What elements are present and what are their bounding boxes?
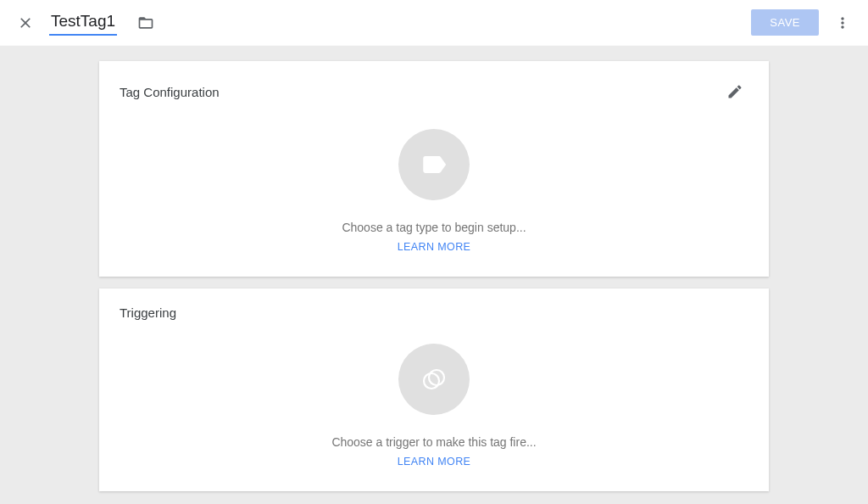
trigger-icon (420, 365, 448, 394)
more-vert-icon (834, 14, 851, 31)
triggering-body: Choose a trigger to make this tag fire..… (120, 320, 748, 468)
tag-placeholder-circle (398, 129, 470, 200)
svg-point-1 (429, 370, 444, 385)
triggering-card[interactable]: Triggering Choose a trigger to make this… (99, 288, 769, 491)
save-button[interactable]: SAVE (751, 9, 819, 36)
pencil-icon (726, 83, 743, 100)
content-area: Tag Configuration Choose a tag type to b… (0, 46, 868, 491)
card-header: Tag Configuration (120, 78, 748, 105)
tag-configuration-card[interactable]: Tag Configuration Choose a tag type to b… (99, 61, 769, 277)
card-header: Triggering (120, 305, 748, 320)
tag-config-learn-more-link[interactable]: LEARN MORE (398, 241, 471, 253)
close-button[interactable] (10, 8, 41, 38)
close-icon (17, 14, 34, 31)
top-bar: SAVE (0, 0, 868, 46)
svg-point-0 (424, 373, 439, 389)
tag-config-help-text: Choose a tag type to begin setup... (342, 221, 526, 234)
tag-name-input[interactable] (49, 10, 117, 36)
trigger-placeholder-circle (398, 344, 470, 415)
triggering-title: Triggering (120, 305, 176, 320)
folder-button[interactable] (131, 8, 161, 38)
triggering-help-text: Choose a trigger to make this tag fire..… (331, 435, 536, 449)
tag-configuration-title: Tag Configuration (120, 85, 220, 99)
folder-icon (137, 14, 154, 31)
tag-config-body: Choose a tag type to begin setup... LEAR… (120, 105, 748, 253)
triggering-learn-more-link[interactable]: LEARN MORE (398, 456, 471, 468)
edit-tag-config-button[interactable] (721, 78, 748, 105)
more-menu-button[interactable] (827, 8, 858, 38)
tag-icon (420, 150, 448, 179)
